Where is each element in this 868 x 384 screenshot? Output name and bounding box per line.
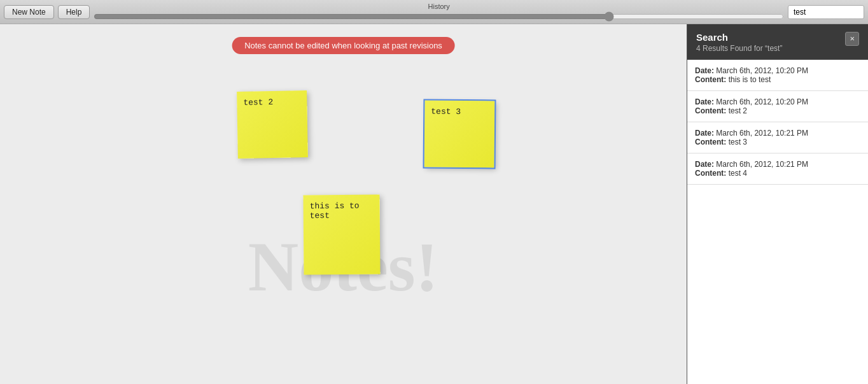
search-result-2[interactable]: Date: March 6th, 2012, 10:21 PMContent: …	[687, 122, 868, 153]
history-slider[interactable]	[94, 11, 784, 22]
note-content-this-is: this is to test	[310, 201, 360, 221]
search-title: Search	[696, 32, 782, 43]
search-result-3[interactable]: Date: March 6th, 2012, 10:21 PMContent: …	[687, 153, 868, 185]
search-panel-title-block: Search 4 Results Found for “test”	[696, 32, 782, 53]
search-result-0[interactable]: Date: March 6th, 2012, 10:20 PMContent: …	[687, 60, 868, 91]
sticky-note-this-is[interactable]: this is to test	[303, 194, 380, 274]
toolbar: New Note Help History	[0, 0, 868, 24]
new-note-button[interactable]: New Note	[4, 5, 54, 19]
search-subtitle: 4 Results Found for “test”	[696, 44, 782, 53]
note-content-test2: test 2	[243, 97, 273, 108]
note-content-test3: test 3	[431, 107, 461, 117]
sticky-note-test3[interactable]: test 3	[424, 101, 495, 168]
sticky-note-test2[interactable]: test 2	[237, 90, 308, 159]
close-search-button[interactable]: ×	[845, 32, 859, 46]
search-panel: Search 4 Results Found for “test” × Date…	[687, 24, 868, 384]
canvas-area: Notes cannot be edited when looking at p…	[0, 24, 687, 384]
history-slider-container: History	[94, 3, 784, 22]
search-panel-header: Search 4 Results Found for “test” ×	[687, 24, 868, 60]
help-button[interactable]: Help	[58, 5, 90, 19]
search-result-1[interactable]: Date: March 6th, 2012, 10:20 PMContent: …	[687, 91, 868, 122]
search-input[interactable]	[788, 5, 864, 19]
warning-banner: Notes cannot be edited when looking at p…	[232, 37, 455, 54]
search-results: Date: March 6th, 2012, 10:20 PMContent: …	[687, 60, 868, 384]
history-label: History	[428, 3, 450, 10]
main-area: Notes cannot be edited when looking at p…	[0, 24, 868, 384]
